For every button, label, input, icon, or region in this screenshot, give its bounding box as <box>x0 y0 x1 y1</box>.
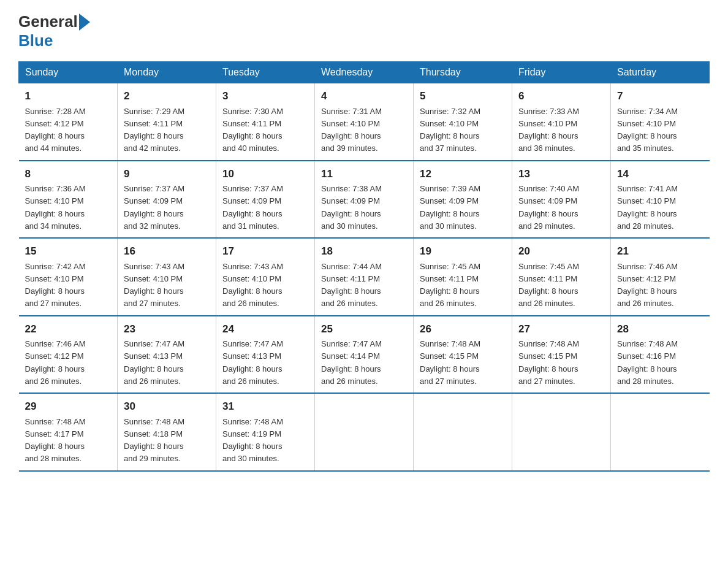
day-info: Sunrise: 7:48 AMSunset: 4:19 PMDaylight:… <box>222 417 283 464</box>
page-header: General Blue <box>18 12 710 50</box>
calendar-cell: 11 Sunrise: 7:38 AMSunset: 4:09 PMDaylig… <box>315 161 414 239</box>
calendar-cell <box>315 393 414 471</box>
calendar-week-row: 15 Sunrise: 7:42 AMSunset: 4:10 PMDaylig… <box>19 238 710 316</box>
calendar-table: SundayMondayTuesdayWednesdayThursdayFrid… <box>18 61 710 472</box>
day-number: 19 <box>420 243 506 259</box>
day-info: Sunrise: 7:34 AMSunset: 4:10 PMDaylight:… <box>617 107 678 153</box>
calendar-cell: 19 Sunrise: 7:45 AMSunset: 4:11 PMDaylig… <box>414 238 512 316</box>
day-number: 26 <box>420 321 506 337</box>
day-number: 18 <box>321 243 407 259</box>
calendar-week-row: 29 Sunrise: 7:48 AMSunset: 4:17 PMDaylig… <box>19 393 710 471</box>
day-number: 28 <box>617 321 703 337</box>
logo-general-text: General <box>18 12 78 31</box>
day-number: 2 <box>124 88 210 104</box>
day-number: 1 <box>25 88 112 104</box>
logo-arrow-icon <box>79 13 90 31</box>
day-info: Sunrise: 7:48 AMSunset: 4:15 PMDaylight:… <box>420 339 480 386</box>
header-sunday: Sunday <box>19 62 118 83</box>
day-info: Sunrise: 7:43 AMSunset: 4:10 PMDaylight:… <box>124 262 184 308</box>
day-number: 9 <box>124 166 210 182</box>
calendar-cell: 14 Sunrise: 7:41 AMSunset: 4:10 PMDaylig… <box>611 161 710 239</box>
calendar-cell <box>512 393 611 471</box>
calendar-cell: 30 Sunrise: 7:48 AMSunset: 4:18 PMDaylig… <box>118 393 216 471</box>
calendar-cell: 13 Sunrise: 7:40 AMSunset: 4:09 PMDaylig… <box>512 161 611 239</box>
day-info: Sunrise: 7:37 AMSunset: 4:09 PMDaylight:… <box>124 184 184 231</box>
day-info: Sunrise: 7:44 AMSunset: 4:11 PMDaylight:… <box>321 262 382 308</box>
calendar-cell: 9 Sunrise: 7:37 AMSunset: 4:09 PMDayligh… <box>118 161 216 239</box>
calendar-week-row: 22 Sunrise: 7:46 AMSunset: 4:12 PMDaylig… <box>19 316 710 394</box>
day-number: 7 <box>617 88 703 104</box>
day-number: 22 <box>25 321 112 337</box>
day-info: Sunrise: 7:38 AMSunset: 4:09 PMDaylight:… <box>321 184 382 231</box>
day-number: 31 <box>222 399 308 415</box>
calendar-cell: 24 Sunrise: 7:47 AMSunset: 4:13 PMDaylig… <box>216 316 315 394</box>
day-info: Sunrise: 7:28 AMSunset: 4:12 PMDaylight:… <box>25 107 86 153</box>
day-number: 20 <box>518 243 604 259</box>
day-info: Sunrise: 7:32 AMSunset: 4:10 PMDaylight:… <box>420 107 480 153</box>
day-info: Sunrise: 7:36 AMSunset: 4:10 PMDaylight:… <box>25 184 86 231</box>
header-friday: Friday <box>512 62 611 83</box>
day-number: 30 <box>124 399 210 415</box>
logo: General Blue <box>18 12 91 50</box>
calendar-cell: 17 Sunrise: 7:43 AMSunset: 4:10 PMDaylig… <box>216 238 315 316</box>
day-number: 29 <box>25 399 112 415</box>
header-tuesday: Tuesday <box>216 62 315 83</box>
day-number: 16 <box>124 243 210 259</box>
calendar-cell: 12 Sunrise: 7:39 AMSunset: 4:09 PMDaylig… <box>414 161 512 239</box>
calendar-cell: 25 Sunrise: 7:47 AMSunset: 4:14 PMDaylig… <box>315 316 414 394</box>
calendar-header-row: SundayMondayTuesdayWednesdayThursdayFrid… <box>19 62 710 83</box>
day-info: Sunrise: 7:45 AMSunset: 4:11 PMDaylight:… <box>518 262 579 308</box>
calendar-cell: 28 Sunrise: 7:48 AMSunset: 4:16 PMDaylig… <box>611 316 710 394</box>
calendar-cell: 5 Sunrise: 7:32 AMSunset: 4:10 PMDayligh… <box>414 83 512 161</box>
calendar-cell: 10 Sunrise: 7:37 AMSunset: 4:09 PMDaylig… <box>216 161 315 239</box>
calendar-week-row: 8 Sunrise: 7:36 AMSunset: 4:10 PMDayligh… <box>19 161 710 239</box>
day-info: Sunrise: 7:33 AMSunset: 4:10 PMDaylight:… <box>518 107 579 153</box>
day-info: Sunrise: 7:45 AMSunset: 4:11 PMDaylight:… <box>420 262 480 308</box>
calendar-cell: 20 Sunrise: 7:45 AMSunset: 4:11 PMDaylig… <box>512 238 611 316</box>
day-number: 23 <box>124 321 210 337</box>
calendar-cell: 7 Sunrise: 7:34 AMSunset: 4:10 PMDayligh… <box>611 83 710 161</box>
day-number: 12 <box>420 166 506 182</box>
day-info: Sunrise: 7:47 AMSunset: 4:13 PMDaylight:… <box>124 339 184 386</box>
calendar-cell: 27 Sunrise: 7:48 AMSunset: 4:15 PMDaylig… <box>512 316 611 394</box>
day-info: Sunrise: 7:47 AMSunset: 4:13 PMDaylight:… <box>222 339 283 386</box>
calendar-week-row: 1 Sunrise: 7:28 AMSunset: 4:12 PMDayligh… <box>19 83 710 161</box>
day-number: 10 <box>222 166 308 182</box>
day-info: Sunrise: 7:29 AMSunset: 4:11 PMDaylight:… <box>124 107 184 153</box>
calendar-cell: 18 Sunrise: 7:44 AMSunset: 4:11 PMDaylig… <box>315 238 414 316</box>
day-number: 13 <box>518 166 604 182</box>
day-info: Sunrise: 7:43 AMSunset: 4:10 PMDaylight:… <box>222 262 283 308</box>
header-thursday: Thursday <box>414 62 512 83</box>
calendar-cell: 29 Sunrise: 7:48 AMSunset: 4:17 PMDaylig… <box>19 393 118 471</box>
day-info: Sunrise: 7:39 AMSunset: 4:09 PMDaylight:… <box>420 184 480 231</box>
calendar-cell: 1 Sunrise: 7:28 AMSunset: 4:12 PMDayligh… <box>19 83 118 161</box>
calendar-cell: 15 Sunrise: 7:42 AMSunset: 4:10 PMDaylig… <box>19 238 118 316</box>
calendar-cell: 23 Sunrise: 7:47 AMSunset: 4:13 PMDaylig… <box>118 316 216 394</box>
day-info: Sunrise: 7:37 AMSunset: 4:09 PMDaylight:… <box>222 184 283 231</box>
day-info: Sunrise: 7:48 AMSunset: 4:15 PMDaylight:… <box>518 339 579 386</box>
day-number: 3 <box>222 88 308 104</box>
day-number: 21 <box>617 243 703 259</box>
day-number: 11 <box>321 166 407 182</box>
calendar-cell <box>414 393 512 471</box>
day-number: 8 <box>25 166 112 182</box>
day-info: Sunrise: 7:48 AMSunset: 4:16 PMDaylight:… <box>617 339 678 386</box>
day-number: 24 <box>222 321 308 337</box>
day-info: Sunrise: 7:42 AMSunset: 4:10 PMDaylight:… <box>25 262 86 308</box>
calendar-cell: 26 Sunrise: 7:48 AMSunset: 4:15 PMDaylig… <box>414 316 512 394</box>
day-info: Sunrise: 7:31 AMSunset: 4:10 PMDaylight:… <box>321 107 382 153</box>
day-info: Sunrise: 7:46 AMSunset: 4:12 PMDaylight:… <box>617 262 678 308</box>
day-number: 15 <box>25 243 112 259</box>
logo-blue-text: Blue <box>18 31 53 50</box>
calendar-cell: 22 Sunrise: 7:46 AMSunset: 4:12 PMDaylig… <box>19 316 118 394</box>
calendar-cell: 21 Sunrise: 7:46 AMSunset: 4:12 PMDaylig… <box>611 238 710 316</box>
calendar-cell: 2 Sunrise: 7:29 AMSunset: 4:11 PMDayligh… <box>118 83 216 161</box>
day-info: Sunrise: 7:30 AMSunset: 4:11 PMDaylight:… <box>222 107 283 153</box>
day-info: Sunrise: 7:47 AMSunset: 4:14 PMDaylight:… <box>321 339 382 386</box>
day-info: Sunrise: 7:48 AMSunset: 4:17 PMDaylight:… <box>25 417 86 464</box>
header-wednesday: Wednesday <box>315 62 414 83</box>
calendar-cell: 6 Sunrise: 7:33 AMSunset: 4:10 PMDayligh… <box>512 83 611 161</box>
day-number: 17 <box>222 243 308 259</box>
calendar-cell: 8 Sunrise: 7:36 AMSunset: 4:10 PMDayligh… <box>19 161 118 239</box>
day-number: 4 <box>321 88 407 104</box>
